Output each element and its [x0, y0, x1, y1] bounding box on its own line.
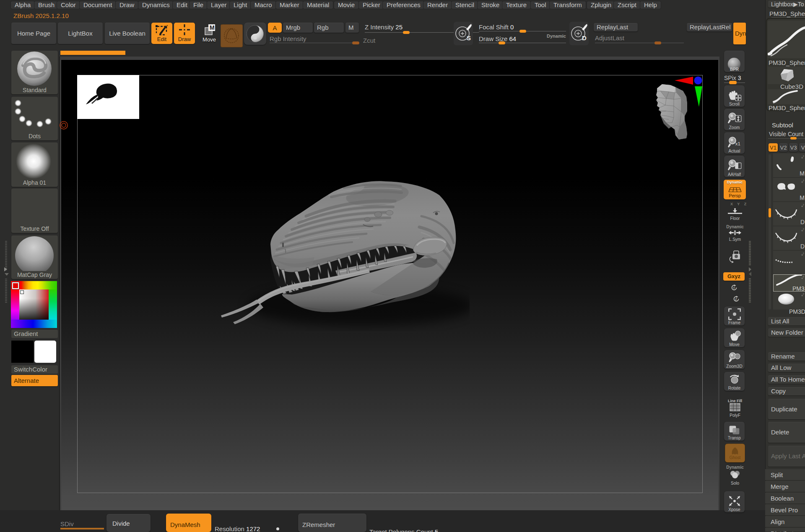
svg-text:Z: Z: [735, 297, 737, 301]
svg-text:Y: Y: [733, 286, 735, 290]
svg-text:D: D: [582, 34, 587, 41]
svg-text:x1: x1: [735, 141, 740, 146]
svg-text:M: M: [210, 24, 215, 31]
svg-text:S: S: [467, 34, 471, 41]
